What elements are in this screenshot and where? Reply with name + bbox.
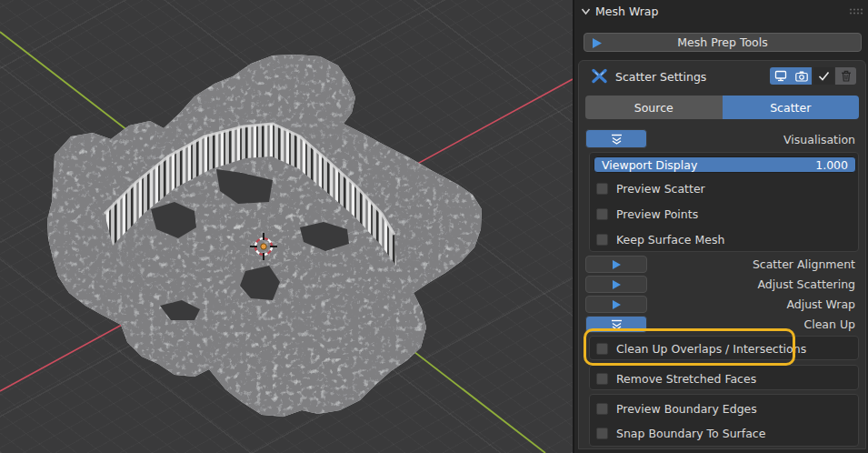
render-toggle-button[interactable]: [791, 67, 812, 85]
viewport-display-value: 1.000: [815, 158, 848, 172]
snap-boundary-row: Snap Boundary To Surface: [596, 426, 765, 440]
play-icon: [611, 299, 622, 310]
remove-stretched-row: Remove Stretched Faces: [596, 371, 756, 386]
adjust-scattering-label: Adjust Scattering: [758, 276, 855, 293]
tab-source-label: Source: [634, 101, 673, 115]
preview-boundary-edges-checkbox[interactable]: [596, 403, 608, 415]
scatter-settings-title: Scatter Settings: [615, 70, 706, 84]
check-icon: [818, 71, 830, 81]
remove-stretched-faces-checkbox[interactable]: [596, 373, 608, 385]
snap-boundary-to-surface-label: Snap Boundary To Surface: [616, 427, 765, 440]
n-panel-sidebar: Mesh Wrap Mesh Prep Tools: [573, 0, 868, 453]
viewport-scene: [0, 0, 573, 453]
drag-handle-icon[interactable]: [849, 7, 863, 15]
tab-scatter[interactable]: Scatter: [723, 96, 860, 119]
scatter-alignment-label: Scatter Alignment: [753, 256, 855, 273]
keep-surface-mesh-checkbox[interactable]: [596, 234, 608, 246]
source-scatter-tabs: Source Scatter: [585, 96, 859, 119]
visualisation-menu-button[interactable]: [585, 129, 647, 148]
viewport-display-slider[interactable]: Viewport Display 1.000: [594, 156, 856, 173]
clean-up-overlaps-row: Clean Up Overlaps / Intersections: [596, 341, 806, 356]
clean-up-overlaps-checkbox[interactable]: [596, 343, 608, 355]
play-icon: [611, 279, 622, 290]
preview-scatter-row: Preview Scatter: [596, 181, 705, 196]
clean-up-label: Clean Up: [803, 316, 855, 333]
adjust-scattering-button[interactable]: [585, 276, 647, 293]
clean-up-box: Clean Up Overlaps / Intersections: [589, 336, 859, 360]
snap-boundary-to-surface-checkbox[interactable]: [596, 428, 608, 439]
blender-window: Mesh Wrap Mesh Prep Tools: [0, 0, 868, 453]
monitor-icon: [774, 70, 787, 82]
preview-boundary-edges-label: Preview Boundary Edges: [616, 402, 757, 416]
panel-header-buttons: [770, 67, 856, 85]
preview-points-row: Preview Points: [596, 206, 698, 221]
keep-surface-mesh-label: Keep Surface Mesh: [616, 233, 724, 247]
apply-button[interactable]: [813, 67, 834, 85]
visualisation-label: Visualisation: [783, 133, 855, 146]
scatter-settings-panel: Scatter Settings: [578, 60, 866, 449]
preview-scatter-checkbox[interactable]: [596, 183, 608, 195]
clean-up-menu-button[interactable]: [585, 316, 647, 333]
stretched-faces-box: Remove Stretched Faces: [589, 365, 859, 390]
viewport-display-label: Viewport Display: [602, 158, 697, 172]
mesh-prep-tools-label: Mesh Prep Tools: [677, 35, 767, 49]
adjust-wrap-label: Adjust Wrap: [786, 296, 855, 313]
display-toggle-button[interactable]: [770, 67, 791, 85]
scatter-settings-icon: [591, 67, 608, 85]
scatter-alignment-button[interactable]: [585, 256, 647, 273]
camera-icon: [795, 71, 808, 82]
mesh-wrap-header: Mesh Wrap: [574, 0, 868, 24]
double-chevron-down-icon: [610, 319, 624, 330]
trash-icon: [841, 70, 852, 82]
mesh-prep-tools-button[interactable]: Mesh Prep Tools: [584, 33, 862, 52]
delete-button[interactable]: [835, 67, 856, 85]
visualisation-box: Viewport Display 1.000 Preview Scatter P…: [589, 152, 859, 252]
adjust-wrap-button[interactable]: [585, 296, 647, 313]
sidebar-tab-title: Mesh Wrap: [595, 5, 658, 18]
tab-scatter-label: Scatter: [770, 101, 811, 115]
double-chevron-down-icon: [610, 134, 624, 145]
tab-source[interactable]: Source: [585, 96, 723, 119]
chevron-down-icon[interactable]: [581, 6, 591, 16]
play-icon: [591, 37, 603, 49]
remove-stretched-faces-label: Remove Stretched Faces: [616, 372, 756, 386]
clean-up-overlaps-label: Clean Up Overlaps / Intersections: [616, 342, 806, 356]
keep-surface-mesh-row: Keep Surface Mesh: [596, 232, 724, 247]
preview-points-label: Preview Points: [616, 207, 698, 221]
preview-boundary-row: Preview Boundary Edges: [596, 401, 757, 416]
preview-points-checkbox[interactable]: [596, 208, 608, 220]
preview-scatter-label: Preview Scatter: [616, 182, 705, 196]
boundary-box: Preview Boundary Edges Snap Boundary To …: [589, 394, 859, 447]
play-icon: [611, 259, 622, 270]
3d-viewport[interactable]: [0, 0, 573, 453]
